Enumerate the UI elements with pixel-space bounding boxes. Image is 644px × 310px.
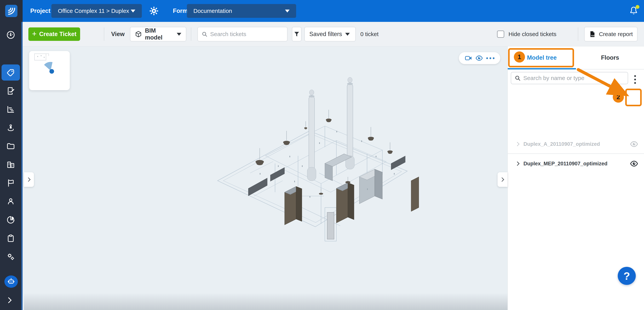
logo-arcs-icon: [7, 7, 16, 15]
create-report-button[interactable]: PDF Create report: [584, 27, 638, 42]
hide-closed-label: Hide closed tickets: [508, 31, 556, 38]
ticket-count: 0 ticket: [360, 22, 378, 47]
person-location-icon: [6, 123, 15, 132]
sidebar-item-documents[interactable]: [2, 138, 20, 154]
notifications-button[interactable]: [629, 6, 639, 16]
right-panel-collapse-button[interactable]: [498, 172, 508, 187]
pie-chart-icon: [6, 215, 15, 224]
viewer-more-menu[interactable]: [486, 57, 494, 59]
video-camera-icon: [464, 54, 472, 62]
chevron-right-icon[interactable]: [515, 142, 520, 146]
tab-floors-label: Floors: [601, 54, 619, 61]
help-label: ?: [624, 270, 630, 282]
tab-floors[interactable]: Floors: [576, 47, 644, 69]
tab-model-tree[interactable]: Model tree: [508, 47, 576, 69]
chevron-down-icon: [345, 33, 350, 36]
ai-assistant-button[interactable]: [4, 275, 18, 288]
model-tree-more-menu[interactable]: [634, 75, 636, 84]
chevron-down-icon: [285, 10, 290, 13]
sidebar-item-tasks[interactable]: [2, 230, 20, 246]
document-edit-icon: [6, 87, 15, 95]
minimap-content: [29, 51, 70, 90]
eye-icon: [475, 54, 483, 62]
visibility-toggle-off-icon[interactable]: [630, 140, 638, 148]
create-ticket-label: Create Ticket: [39, 31, 76, 38]
sidebar-item-analytics[interactable]: [2, 212, 20, 228]
view-mode-dropdown[interactable]: BIM model: [130, 27, 186, 42]
top-bar: Project Office Complex 11 > Duplex: [0, 0, 644, 22]
chevron-down-icon: [131, 10, 135, 13]
funnel-icon: [294, 31, 300, 37]
project-settings-button[interactable]: [149, 6, 159, 16]
svg-text:PDF: PDF: [591, 35, 595, 37]
visibility-button[interactable]: [475, 54, 483, 62]
panel-tabs: Model tree Floors: [508, 47, 644, 70]
sidebar-item-forms[interactable]: [2, 83, 20, 99]
sidebar-item-reports[interactable]: [2, 101, 20, 117]
sidebar-item-users[interactable]: [2, 193, 20, 209]
tickets-toolbar: + Create Ticket View BIM model: [22, 22, 644, 47]
project-label: Project: [30, 0, 50, 22]
view-label: View: [111, 22, 124, 47]
help-button[interactable]: ?: [618, 267, 636, 285]
gears-icon: [6, 252, 15, 261]
saved-filters-dropdown[interactable]: Saved filters: [304, 27, 356, 42]
view-mode-value: BIM model: [145, 27, 174, 41]
chevron-right-icon: [500, 177, 504, 182]
form-label: Form: [173, 0, 188, 22]
create-report-label: Create report: [599, 31, 633, 38]
logo-block: [0, 0, 22, 22]
notification-dot: [636, 5, 640, 9]
clipboard-icon: [6, 234, 15, 243]
form-dropdown[interactable]: Documentation: [187, 4, 296, 18]
tree-node-name: Duplex_MEP_20110907_optimized: [524, 161, 608, 167]
active-tab-underline: [508, 68, 576, 70]
pdf-file-icon: PDF: [589, 31, 596, 38]
ticket-search: [198, 27, 288, 42]
visibility-toggle-on-icon[interactable]: [630, 159, 638, 168]
left-sidebar: [0, 22, 22, 310]
sidebar-item-milestones[interactable]: [2, 175, 20, 191]
sidebar-item-site-visits[interactable]: [2, 120, 20, 136]
hide-closed-checkbox[interactable]: [497, 31, 504, 38]
form-dropdown-value: Documentation: [194, 8, 232, 14]
divider: [508, 153, 644, 154]
dashboard-gauge-icon: [6, 31, 15, 39]
sidebar-item-companies[interactable]: [2, 157, 20, 173]
saved-filters-label: Saved filters: [309, 31, 342, 38]
plus-icon: +: [32, 30, 36, 38]
filter-button[interactable]: [292, 27, 302, 42]
divider: [578, 28, 578, 41]
left-panel-expand-button[interactable]: [24, 172, 34, 187]
cube-icon: [135, 31, 142, 38]
sidebar-item-tickets[interactable]: [2, 65, 20, 81]
tree-row-duplex-a[interactable]: Duplex_A_20110907_optimized: [508, 135, 644, 153]
create-ticket-button[interactable]: + Create Ticket: [28, 28, 80, 41]
chevron-right-icon[interactable]: [515, 162, 520, 166]
ticket-search-input[interactable]: [210, 31, 283, 38]
tree-node-name: Duplex_A_20110907_optimized: [524, 141, 600, 147]
walkthrough-camera-button[interactable]: [464, 54, 472, 62]
sidebar-item-settings[interactable]: [2, 249, 20, 265]
user-icon: [6, 197, 15, 206]
model-tree-search-input[interactable]: [523, 75, 624, 81]
divider: [104, 28, 104, 41]
buildings-icon: [6, 160, 15, 169]
sidebar-expand-button[interactable]: [6, 298, 11, 303]
bim-model-canvas[interactable]: [202, 73, 423, 254]
app-root: Project Office Complex 11 > Duplex: [0, 0, 644, 310]
bim-viewer[interactable]: [24, 47, 508, 310]
tree-row-duplex-mep[interactable]: Duplex_MEP_20110907_optimized: [508, 154, 644, 173]
search-icon: [514, 75, 520, 81]
chevron-right-icon: [26, 177, 31, 182]
chart-icon: [6, 105, 15, 114]
tag-icon: [6, 68, 15, 77]
minimap-thumbnail[interactable]: [29, 51, 70, 90]
chevron-down-icon: [177, 33, 181, 36]
gear-icon: [149, 6, 159, 16]
viewer-bottom-shadow: [24, 293, 508, 310]
project-dropdown[interactable]: Office Complex 11 > Duplex: [51, 4, 142, 18]
robot-icon: [7, 277, 15, 286]
app-logo[interactable]: [5, 5, 18, 17]
sidebar-item-dashboard[interactable]: [2, 27, 20, 43]
